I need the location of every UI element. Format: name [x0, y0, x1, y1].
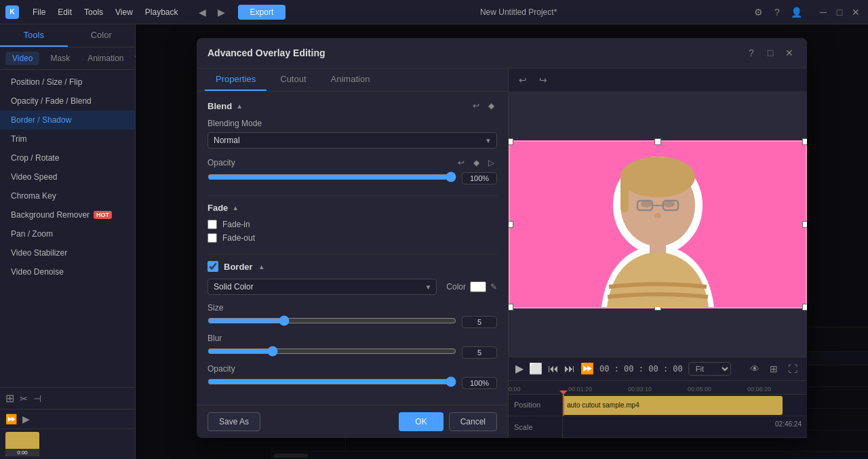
close-button[interactable]: ✕ [849, 5, 863, 19]
blend-reset-icon[interactable]: ↩ [470, 100, 482, 112]
preview-fullscreen-icon[interactable]: ⛶ [785, 361, 800, 376]
sub-tab-animation[interactable]: Animation [81, 52, 130, 65]
fast-forward-button[interactable]: ⏩ [580, 362, 594, 375]
blur-slider[interactable] [208, 346, 456, 357]
border-collapse-icon[interactable]: ▲ [258, 263, 265, 271]
opacity-slider[interactable] [208, 172, 456, 182]
tab-tools[interactable]: Tools [0, 24, 68, 47]
handle-top-center[interactable] [654, 138, 661, 145]
svg-point-5 [664, 201, 675, 207]
settings-icon[interactable]: ⚙ [751, 5, 765, 19]
nav-item-bg-remover[interactable]: Background Remover HOT [0, 205, 135, 224]
help-icon[interactable]: ? [770, 5, 784, 19]
blend-diamond-icon[interactable]: ◆ [485, 100, 497, 112]
border-enabled-checkbox[interactable] [208, 261, 218, 272]
handle-top-left[interactable] [509, 138, 513, 145]
split-icon[interactable]: ⊣ [33, 393, 41, 404]
redo-icon[interactable]: ↪ [536, 73, 551, 87]
modal-tab-animation[interactable]: Animation [320, 68, 381, 91]
fade-in-checkbox[interactable] [208, 220, 217, 229]
border-type-select[interactable]: Solid Color Gradient None [208, 279, 437, 295]
nav-back-button[interactable]: ◀ [195, 4, 211, 20]
ok-button[interactable]: OK [399, 412, 443, 431]
handle-middle-left[interactable] [509, 221, 513, 228]
handle-top-right[interactable] [802, 138, 807, 145]
maximize-button[interactable]: □ [833, 5, 846, 19]
left-panel-tabs: Tools Color [0, 24, 135, 47]
modal-tab-cutout[interactable]: Cutout [269, 68, 317, 91]
modal-expand-icon[interactable]: □ [764, 46, 777, 60]
menu-file[interactable]: File [27, 6, 51, 18]
size-value-input[interactable] [462, 316, 497, 328]
tab-color[interactable]: Color [68, 24, 136, 47]
modal-close-icon[interactable]: ✕ [783, 46, 796, 60]
menu-edit[interactable]: Edit [52, 6, 77, 18]
nav-item-denoise[interactable]: Video Denoise [0, 262, 135, 281]
svg-point-2 [620, 157, 695, 197]
menu-tools[interactable]: Tools [79, 6, 108, 18]
opacity-more-icon[interactable]: ▷ [485, 157, 497, 169]
opacity-value-input[interactable] [462, 172, 497, 184]
blend-section: Blend ▲ ↩ ◆ Blending Mode [208, 100, 497, 184]
export-button[interactable]: Export [238, 5, 286, 20]
cut-icon[interactable]: ✂ [20, 393, 28, 404]
total-time: 02:46:24 [775, 420, 802, 428]
sub-tab-video[interactable]: Video [5, 52, 39, 65]
blend-collapse-icon[interactable]: ▲ [236, 102, 243, 110]
opacity-keyframe-icon[interactable]: ◆ [470, 157, 482, 169]
timeline-thumbnail[interactable]: 0:00 [5, 432, 39, 456]
modal-tab-properties[interactable]: Properties [205, 68, 267, 91]
handle-bottom-right[interactable] [802, 304, 807, 311]
preview-grid-icon[interactable]: ⊞ [766, 361, 781, 376]
border-opacity-slider[interactable] [208, 376, 456, 387]
undo-icon[interactable]: ↩ [515, 73, 530, 87]
fade-out-checkbox[interactable] [208, 233, 217, 243]
nav-item-chroma-key[interactable]: Chroma Key [0, 186, 135, 205]
zoom-select[interactable]: Fit 100% 50% [688, 362, 731, 376]
nav-item-stabilizer[interactable]: Video Stabilizer [0, 243, 135, 262]
app-logo: K [5, 5, 19, 19]
stop-button[interactable]: ⬜ [529, 362, 542, 375]
next-frame-button[interactable]: ⏭ [564, 363, 575, 375]
color-picker-icon[interactable]: ✎ [490, 282, 497, 292]
play-icon[interactable]: ▶ [22, 414, 30, 424]
timeline-clip-1[interactable]: auto cutout sample.mp4 [563, 396, 783, 415]
handle-bottom-left[interactable] [509, 304, 513, 311]
handle-middle-right[interactable] [802, 221, 807, 228]
opacity-reset-icon[interactable]: ↩ [455, 157, 467, 169]
nav-item-trim[interactable]: Trim [0, 129, 135, 148]
nav-item-crop-rotate[interactable]: Crop / Rotate [0, 148, 135, 167]
prev-frame-button[interactable]: ⏮ [548, 363, 559, 375]
nav-item-border-shadow[interactable]: Border / Shadow [0, 111, 135, 129]
border-type-select-wrapper: Solid Color Gradient None ▼ [208, 279, 437, 295]
size-slider[interactable] [208, 315, 456, 326]
blending-mode-select[interactable]: Normal Multiply Screen [208, 132, 497, 148]
nav-item-video-speed[interactable]: Video Speed [0, 167, 135, 186]
minimize-button[interactable]: ─ [816, 5, 830, 19]
left-panel: Tools Color Video Mask Animation ? ✕ Pos… [0, 24, 136, 459]
nav-item-opacity[interactable]: Opacity / Fade / Blend [0, 92, 135, 111]
nav-item-pan-zoom[interactable]: Pan / Zoom [0, 224, 135, 243]
speed-icon[interactable]: ⏩ [5, 414, 17, 424]
mini-timeline: 0:00 00:01:20 00:03:10 00:05:00 00:06:20… [509, 380, 807, 438]
border-opacity-value-input[interactable] [462, 377, 497, 389]
blur-value-input[interactable] [462, 346, 497, 359]
preview-eye-icon[interactable]: 👁 [747, 361, 762, 376]
position-label: Position [509, 395, 562, 416]
nav-item-position[interactable]: Position / Size / Flip [0, 73, 135, 92]
user-icon[interactable]: 👤 [789, 5, 803, 19]
play-button[interactable]: ▶ [515, 362, 524, 375]
cancel-button[interactable]: Cancel [449, 412, 497, 431]
modal-help-icon[interactable]: ? [745, 46, 758, 60]
fade-collapse-icon[interactable]: ▲ [232, 204, 239, 212]
sub-tab-mask[interactable]: Mask [43, 52, 77, 65]
color-swatch[interactable] [470, 281, 486, 292]
playhead[interactable] [563, 395, 564, 416]
fade-out-label: Fade-out [222, 233, 255, 243]
nav-forward-button[interactable]: ▶ [214, 4, 230, 20]
menu-playback[interactable]: Playback [140, 6, 184, 18]
menu-view[interactable]: View [110, 6, 138, 18]
save-as-button[interactable]: Save As [208, 412, 260, 431]
preview-canvas[interactable] [509, 92, 807, 357]
add-track-icon[interactable]: ⊞ [5, 392, 14, 405]
